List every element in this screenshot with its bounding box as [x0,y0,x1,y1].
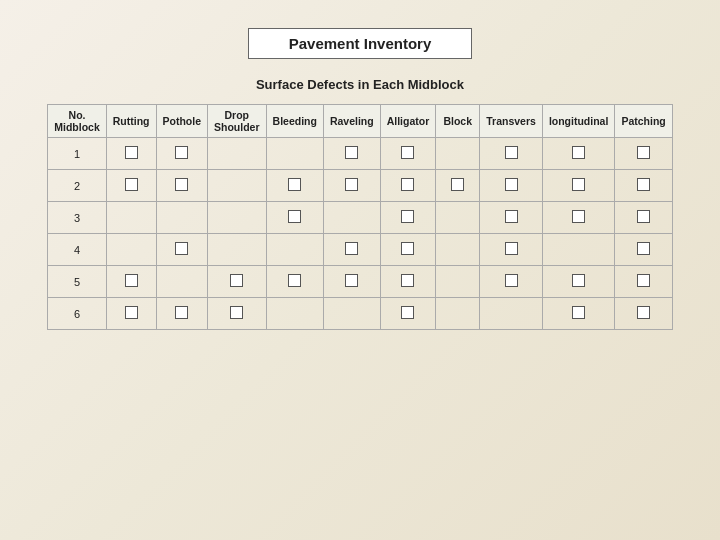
cell-rutting[interactable] [106,298,156,330]
page-title: Pavement Inventory [248,28,473,59]
cell-rutting[interactable] [106,138,156,170]
cell-drop_shoulder[interactable] [208,234,267,266]
cell-raveling[interactable] [323,298,380,330]
cell-alligator[interactable] [380,298,436,330]
cell-drop_shoulder[interactable] [208,202,267,234]
cell-bleeding[interactable] [266,266,323,298]
cell-transvers[interactable] [480,170,543,202]
cell-pothole[interactable] [156,170,208,202]
cell-midblock-id: 6 [48,298,107,330]
col-header-patching: Patching [615,105,672,138]
cell-pothole[interactable] [156,202,208,234]
cell-patching[interactable] [615,170,672,202]
cell-bleeding[interactable] [266,202,323,234]
cell-midblock-id: 3 [48,202,107,234]
cell-raveling[interactable] [323,266,380,298]
col-header-bleeding: Bleeding [266,105,323,138]
cell-drop_shoulder[interactable] [208,138,267,170]
cell-drop_shoulder[interactable] [208,170,267,202]
defects-table: No.Midblock Rutting Pothole DropShoulder… [47,104,672,330]
cell-drop_shoulder[interactable] [208,266,267,298]
cell-rutting[interactable] [106,266,156,298]
table-row: 1 [48,138,672,170]
cell-raveling[interactable] [323,170,380,202]
cell-midblock-id: 4 [48,234,107,266]
cell-transvers[interactable] [480,202,543,234]
cell-longitudinal[interactable] [542,234,615,266]
table-row: 5 [48,266,672,298]
cell-block[interactable] [436,202,480,234]
cell-longitudinal[interactable] [542,170,615,202]
cell-transvers[interactable] [480,138,543,170]
col-header-pothole: Pothole [156,105,208,138]
col-header-alligator: Alligator [380,105,436,138]
cell-block[interactable] [436,266,480,298]
cell-midblock-id: 2 [48,170,107,202]
cell-longitudinal[interactable] [542,298,615,330]
cell-transvers[interactable] [480,234,543,266]
cell-bleeding[interactable] [266,298,323,330]
cell-transvers[interactable] [480,298,543,330]
cell-bleeding[interactable] [266,138,323,170]
col-header-block: Block [436,105,480,138]
cell-midblock-id: 5 [48,266,107,298]
cell-block[interactable] [436,138,480,170]
table-row: 3 [48,202,672,234]
cell-pothole[interactable] [156,298,208,330]
cell-raveling[interactable] [323,202,380,234]
cell-raveling[interactable] [323,138,380,170]
cell-block[interactable] [436,170,480,202]
cell-transvers[interactable] [480,266,543,298]
cell-patching[interactable] [615,234,672,266]
cell-raveling[interactable] [323,234,380,266]
cell-pothole[interactable] [156,138,208,170]
cell-alligator[interactable] [380,138,436,170]
cell-alligator[interactable] [380,234,436,266]
cell-block[interactable] [436,234,480,266]
cell-midblock-id: 1 [48,138,107,170]
col-header-longitudinal: longitudinal [542,105,615,138]
col-header-raveling: Raveling [323,105,380,138]
col-header-drop-shoulder: DropShoulder [208,105,267,138]
cell-pothole[interactable] [156,266,208,298]
cell-longitudinal[interactable] [542,138,615,170]
cell-patching[interactable] [615,202,672,234]
cell-pothole[interactable] [156,234,208,266]
cell-patching[interactable] [615,266,672,298]
cell-bleeding[interactable] [266,170,323,202]
cell-patching[interactable] [615,138,672,170]
cell-rutting[interactable] [106,234,156,266]
col-header-transvers: Transvers [480,105,543,138]
cell-alligator[interactable] [380,170,436,202]
table-row: 4 [48,234,672,266]
cell-longitudinal[interactable] [542,202,615,234]
col-header-rutting: Rutting [106,105,156,138]
cell-patching[interactable] [615,298,672,330]
cell-bleeding[interactable] [266,234,323,266]
table-row: 6 [48,298,672,330]
cell-drop_shoulder[interactable] [208,298,267,330]
section-subtitle: Surface Defects in Each Midblock [256,77,464,92]
cell-rutting[interactable] [106,170,156,202]
cell-block[interactable] [436,298,480,330]
cell-alligator[interactable] [380,266,436,298]
col-header-no: No.Midblock [48,105,107,138]
cell-rutting[interactable] [106,202,156,234]
cell-longitudinal[interactable] [542,266,615,298]
table-row: 2 [48,170,672,202]
cell-alligator[interactable] [380,202,436,234]
